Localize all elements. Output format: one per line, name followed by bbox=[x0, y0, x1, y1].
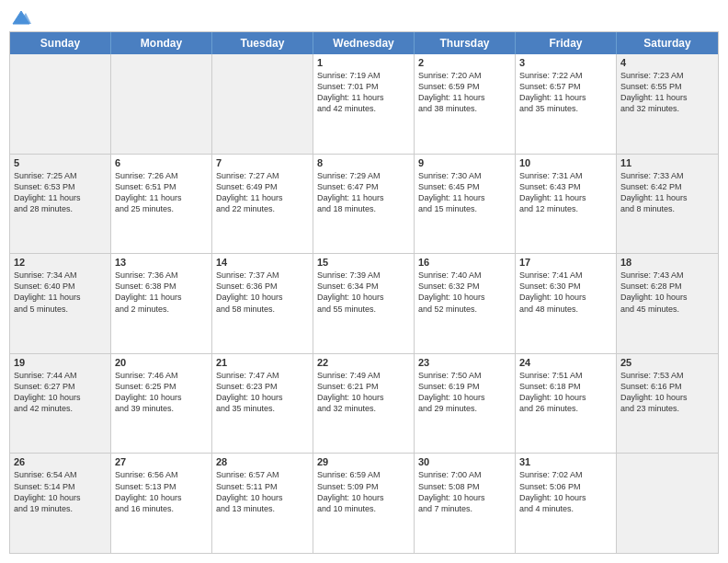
cell-text: Sunrise: 6:54 AM Sunset: 5:14 PM Dayligh… bbox=[14, 469, 107, 514]
calendar-week-3: 12Sunrise: 7:34 AM Sunset: 6:40 PM Dayli… bbox=[10, 253, 718, 353]
calendar-cell bbox=[111, 54, 212, 154]
calendar-cell: 15Sunrise: 7:39 AM Sunset: 6:34 PM Dayli… bbox=[313, 254, 415, 353]
calendar-cell: 8Sunrise: 7:29 AM Sunset: 6:47 PM Daylig… bbox=[313, 155, 415, 254]
cell-text: Sunrise: 7:34 AM Sunset: 6:40 PM Dayligh… bbox=[14, 270, 107, 315]
cell-text: Sunrise: 7:29 AM Sunset: 6:47 PM Dayligh… bbox=[317, 170, 410, 215]
cell-text: Sunrise: 7:46 AM Sunset: 6:25 PM Dayligh… bbox=[115, 370, 208, 415]
calendar-cell: 3Sunrise: 7:22 AM Sunset: 6:57 PM Daylig… bbox=[516, 54, 617, 154]
cell-text: Sunrise: 7:40 AM Sunset: 6:32 PM Dayligh… bbox=[418, 270, 511, 315]
calendar-header: SundayMondayTuesdayWednesdayThursdayFrid… bbox=[10, 32, 718, 54]
calendar-cell: 18Sunrise: 7:43 AM Sunset: 6:28 PM Dayli… bbox=[617, 254, 718, 353]
day-number: 19 bbox=[14, 357, 107, 368]
day-number: 24 bbox=[519, 357, 612, 368]
calendar-week-5: 26Sunrise: 6:54 AM Sunset: 5:14 PM Dayli… bbox=[10, 453, 718, 553]
day-number: 18 bbox=[620, 257, 714, 268]
calendar-cell: 13Sunrise: 7:36 AM Sunset: 6:38 PM Dayli… bbox=[111, 254, 212, 353]
header bbox=[9, 9, 719, 24]
day-number: 13 bbox=[115, 257, 208, 268]
calendar-week-2: 5Sunrise: 7:25 AM Sunset: 6:53 PM Daylig… bbox=[10, 154, 718, 254]
calendar-week-4: 19Sunrise: 7:44 AM Sunset: 6:27 PM Dayli… bbox=[10, 353, 718, 454]
cell-text: Sunrise: 7:25 AM Sunset: 6:53 PM Dayligh… bbox=[14, 170, 107, 215]
calendar-cell: 11Sunrise: 7:33 AM Sunset: 6:42 PM Dayli… bbox=[617, 155, 718, 254]
cell-text: Sunrise: 7:02 AM Sunset: 5:06 PM Dayligh… bbox=[519, 469, 612, 514]
cell-text: Sunrise: 6:56 AM Sunset: 5:13 PM Dayligh… bbox=[115, 469, 208, 514]
calendar-cell: 19Sunrise: 7:44 AM Sunset: 6:27 PM Dayli… bbox=[10, 354, 111, 454]
day-number: 1 bbox=[317, 57, 410, 68]
header-cell-thursday: Thursday bbox=[415, 32, 516, 54]
calendar-cell: 14Sunrise: 7:37 AM Sunset: 6:36 PM Dayli… bbox=[212, 254, 313, 353]
day-number: 26 bbox=[14, 456, 107, 467]
calendar-cell: 2Sunrise: 7:20 AM Sunset: 6:59 PM Daylig… bbox=[415, 54, 516, 154]
day-number: 3 bbox=[519, 57, 612, 68]
day-number: 5 bbox=[14, 157, 107, 168]
cell-text: Sunrise: 7:26 AM Sunset: 6:51 PM Dayligh… bbox=[115, 170, 208, 215]
calendar-cell: 16Sunrise: 7:40 AM Sunset: 6:32 PM Dayli… bbox=[415, 254, 516, 353]
cell-text: Sunrise: 7:51 AM Sunset: 6:18 PM Dayligh… bbox=[519, 370, 612, 415]
day-number: 30 bbox=[418, 456, 511, 467]
logo bbox=[9, 9, 31, 24]
calendar-cell: 23Sunrise: 7:50 AM Sunset: 6:19 PM Dayli… bbox=[415, 354, 516, 454]
calendar-cell: 5Sunrise: 7:25 AM Sunset: 6:53 PM Daylig… bbox=[10, 155, 111, 254]
day-number: 25 bbox=[620, 357, 714, 368]
calendar-cell bbox=[10, 54, 111, 154]
cell-text: Sunrise: 7:47 AM Sunset: 6:23 PM Dayligh… bbox=[216, 370, 309, 415]
cell-text: Sunrise: 7:20 AM Sunset: 6:59 PM Dayligh… bbox=[418, 70, 511, 115]
cell-text: Sunrise: 7:39 AM Sunset: 6:34 PM Dayligh… bbox=[317, 270, 410, 315]
cell-text: Sunrise: 7:31 AM Sunset: 6:43 PM Dayligh… bbox=[519, 170, 612, 215]
day-number: 20 bbox=[115, 357, 208, 368]
calendar-cell: 4Sunrise: 7:23 AM Sunset: 6:55 PM Daylig… bbox=[617, 54, 718, 154]
day-number: 10 bbox=[519, 157, 612, 168]
day-number: 11 bbox=[620, 157, 714, 168]
header-cell-friday: Friday bbox=[516, 32, 617, 54]
day-number: 9 bbox=[418, 157, 511, 168]
cell-text: Sunrise: 7:43 AM Sunset: 6:28 PM Dayligh… bbox=[620, 270, 714, 315]
day-number: 17 bbox=[519, 257, 612, 268]
day-number: 21 bbox=[216, 357, 309, 368]
cell-text: Sunrise: 7:41 AM Sunset: 6:30 PM Dayligh… bbox=[519, 270, 612, 315]
calendar-cell: 28Sunrise: 6:57 AM Sunset: 5:11 PM Dayli… bbox=[212, 454, 313, 553]
calendar-cell: 20Sunrise: 7:46 AM Sunset: 6:25 PM Dayli… bbox=[111, 354, 212, 454]
cell-text: Sunrise: 7:44 AM Sunset: 6:27 PM Dayligh… bbox=[14, 370, 107, 415]
day-number: 16 bbox=[418, 257, 511, 268]
day-number: 27 bbox=[115, 456, 208, 467]
calendar-cell: 12Sunrise: 7:34 AM Sunset: 6:40 PM Dayli… bbox=[10, 254, 111, 353]
cell-text: Sunrise: 7:33 AM Sunset: 6:42 PM Dayligh… bbox=[620, 170, 714, 215]
day-number: 14 bbox=[216, 257, 309, 268]
day-number: 31 bbox=[519, 456, 612, 467]
cell-text: Sunrise: 7:53 AM Sunset: 6:16 PM Dayligh… bbox=[620, 370, 714, 415]
day-number: 29 bbox=[317, 456, 410, 467]
cell-text: Sunrise: 7:22 AM Sunset: 6:57 PM Dayligh… bbox=[519, 70, 612, 115]
calendar-cell: 10Sunrise: 7:31 AM Sunset: 6:43 PM Dayli… bbox=[516, 155, 617, 254]
calendar-cell: 25Sunrise: 7:53 AM Sunset: 6:16 PM Dayli… bbox=[617, 354, 718, 454]
day-number: 22 bbox=[317, 357, 410, 368]
day-number: 15 bbox=[317, 257, 410, 268]
cell-text: Sunrise: 7:50 AM Sunset: 6:19 PM Dayligh… bbox=[418, 370, 511, 415]
header-cell-sunday: Sunday bbox=[10, 32, 111, 54]
cell-text: Sunrise: 6:59 AM Sunset: 5:09 PM Dayligh… bbox=[317, 469, 410, 514]
calendar-cell: 17Sunrise: 7:41 AM Sunset: 6:30 PM Dayli… bbox=[516, 254, 617, 353]
cell-text: Sunrise: 7:19 AM Sunset: 7:01 PM Dayligh… bbox=[317, 70, 410, 115]
cell-text: Sunrise: 7:00 AM Sunset: 5:08 PM Dayligh… bbox=[418, 469, 511, 514]
cell-text: Sunrise: 7:37 AM Sunset: 6:36 PM Dayligh… bbox=[216, 270, 309, 315]
header-cell-tuesday: Tuesday bbox=[212, 32, 313, 54]
cell-text: Sunrise: 7:30 AM Sunset: 6:45 PM Dayligh… bbox=[418, 170, 511, 215]
calendar-cell: 9Sunrise: 7:30 AM Sunset: 6:45 PM Daylig… bbox=[415, 155, 516, 254]
calendar-cell bbox=[212, 54, 313, 154]
calendar-cell: 6Sunrise: 7:26 AM Sunset: 6:51 PM Daylig… bbox=[111, 155, 212, 254]
calendar-cell: 29Sunrise: 6:59 AM Sunset: 5:09 PM Dayli… bbox=[313, 454, 415, 553]
calendar-body: 1Sunrise: 7:19 AM Sunset: 7:01 PM Daylig… bbox=[10, 54, 718, 553]
cell-text: Sunrise: 7:36 AM Sunset: 6:38 PM Dayligh… bbox=[115, 270, 208, 315]
calendar-cell: 1Sunrise: 7:19 AM Sunset: 7:01 PM Daylig… bbox=[313, 54, 415, 154]
header-cell-saturday: Saturday bbox=[617, 32, 718, 54]
day-number: 2 bbox=[418, 57, 511, 68]
cell-text: Sunrise: 6:57 AM Sunset: 5:11 PM Dayligh… bbox=[216, 469, 309, 514]
calendar-cell: 26Sunrise: 6:54 AM Sunset: 5:14 PM Dayli… bbox=[10, 454, 111, 553]
page: SundayMondayTuesdayWednesdayThursdayFrid… bbox=[0, 0, 728, 563]
day-number: 6 bbox=[115, 157, 208, 168]
day-number: 12 bbox=[14, 257, 107, 268]
calendar-cell: 24Sunrise: 7:51 AM Sunset: 6:18 PM Dayli… bbox=[516, 354, 617, 454]
cell-text: Sunrise: 7:49 AM Sunset: 6:21 PM Dayligh… bbox=[317, 370, 410, 415]
logo-icon bbox=[11, 9, 31, 26]
calendar-cell: 27Sunrise: 6:56 AM Sunset: 5:13 PM Dayli… bbox=[111, 454, 212, 553]
cell-text: Sunrise: 7:27 AM Sunset: 6:49 PM Dayligh… bbox=[216, 170, 309, 215]
